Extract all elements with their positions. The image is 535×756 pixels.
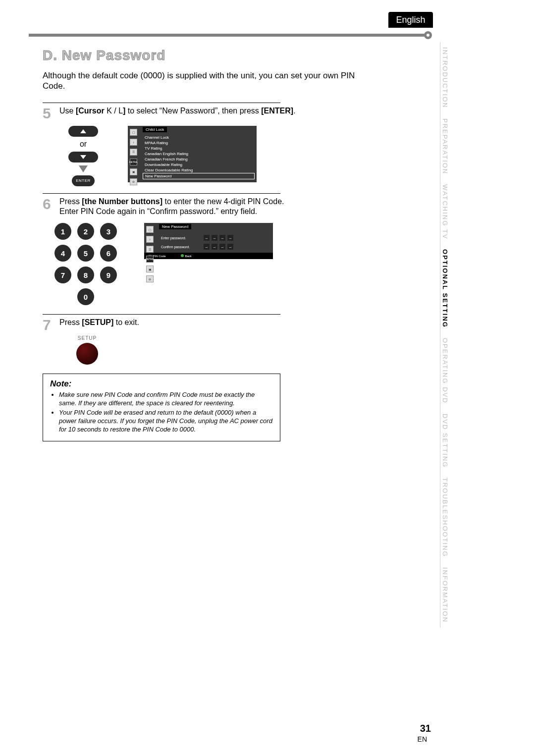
osd-item: Channel Lock bbox=[143, 135, 255, 140]
or-label: or bbox=[80, 140, 87, 149]
step-number: 5 bbox=[43, 106, 55, 121]
setup-button-graphic: SETUP bbox=[72, 335, 102, 365]
number-pad: 1 2 3 4 5 6 7 8 9 0 bbox=[54, 223, 117, 305]
step-6-graphics: 1 2 3 4 5 6 7 8 9 0 New Password ▢ ♪ ☰ D… bbox=[54, 223, 360, 305]
numkey-1: 1 bbox=[54, 223, 71, 240]
note-bullet: Make sure new PIN Code and confirm PIN C… bbox=[59, 391, 273, 408]
osd-title: New Password bbox=[159, 224, 191, 229]
osd-footer: ░░PIN Code Back bbox=[144, 253, 273, 259]
enter-password-row: Enter password. – – – – bbox=[161, 235, 269, 241]
text-bold: [Cursor bbox=[76, 107, 107, 115]
pin-digit: – bbox=[219, 235, 225, 241]
osd-icon: ▢ bbox=[130, 129, 137, 136]
osd-title: Child Lock bbox=[143, 127, 167, 132]
step-7: 7 Press [SETUP] to exit. bbox=[43, 318, 360, 332]
separator bbox=[43, 103, 280, 103]
language-tab: English bbox=[388, 12, 433, 28]
osd-menu-list: Channel Lock MPAA Rating TV Rating Canad… bbox=[143, 135, 255, 179]
osd-icon: ☰ bbox=[130, 149, 137, 156]
nav-watching-tv[interactable]: WATCHING TV bbox=[440, 179, 450, 244]
nav-dvd-setting[interactable]: DVD SETTING bbox=[440, 409, 450, 473]
numkey-3: 3 bbox=[100, 223, 117, 240]
step-6-text: Press [the Number buttons] to enter the … bbox=[59, 197, 360, 217]
setup-label: SETUP bbox=[78, 335, 97, 341]
osd-item: TV Rating bbox=[143, 146, 255, 151]
step-5-graphics: or ENTER Child Lock ▢ ♪ ☰ DETAIL ▣ ⊘ Cha… bbox=[68, 126, 360, 186]
osd-icon-detail: DETAIL bbox=[146, 256, 154, 263]
osd-item: MPAA Rating bbox=[143, 140, 255, 146]
osd-icon: ☰ bbox=[146, 246, 154, 253]
osd-side-icons: ▢ ♪ ☰ DETAIL ▣ ⊘ bbox=[130, 129, 137, 185]
numkey-6: 6 bbox=[100, 245, 117, 262]
separator bbox=[43, 314, 280, 315]
pin-digit: – bbox=[219, 244, 225, 250]
enter-button: ENTER bbox=[72, 175, 95, 186]
osd-side-icons: ▢ ♪ ☰ DETAIL ▣ ⊘ bbox=[146, 226, 154, 282]
step-number: 6 bbox=[43, 197, 55, 212]
osd-item: Canadian French Rating bbox=[143, 157, 255, 162]
pin-digit: – bbox=[227, 235, 233, 241]
numkey-5: 5 bbox=[77, 245, 94, 262]
pin-digit: – bbox=[212, 244, 217, 250]
osd-icon: ♪ bbox=[146, 236, 154, 243]
pin-digit: – bbox=[212, 235, 217, 241]
step-5: 5 Use [Cursor K / L] to select “New Pass… bbox=[43, 106, 360, 121]
content-column: D. New Password Although the default cod… bbox=[43, 48, 360, 441]
note-title: Note: bbox=[50, 379, 273, 389]
nav-information[interactable]: INFORMATION bbox=[440, 562, 450, 628]
nav-operating-dvd[interactable]: OPERATING DVD bbox=[440, 333, 450, 409]
footer-back: Back bbox=[181, 254, 192, 258]
numkey-8: 8 bbox=[77, 267, 94, 283]
row-label: Confirm password. bbox=[161, 245, 201, 249]
nav-introduction[interactable]: INTRODUCTION bbox=[440, 42, 450, 113]
step-number: 7 bbox=[43, 318, 55, 332]
step-6: 6 Press [the Number buttons] to enter th… bbox=[43, 197, 360, 217]
osd-item: Canadian English Rating bbox=[143, 151, 255, 157]
osd-icon: ⊘ bbox=[146, 275, 154, 282]
osd-item: Clear Downloadable Rating bbox=[143, 167, 255, 173]
osd-icon: ▣ bbox=[146, 266, 154, 272]
note-list: Make sure new PIN Code and confirm PIN C… bbox=[50, 391, 273, 433]
text: to enter the new 4-digit PIN Code. bbox=[162, 197, 284, 206]
osd-icon-detail: DETAIL bbox=[130, 159, 137, 165]
setup-button bbox=[76, 343, 98, 365]
osd-icon: ▣ bbox=[130, 168, 137, 175]
cursor-up-button bbox=[68, 126, 98, 137]
text-bold: [ENTER] bbox=[261, 107, 293, 115]
numkey-2: 2 bbox=[77, 223, 94, 240]
header-rule-endcap bbox=[424, 31, 432, 39]
step-5-text: Use [Cursor K / L] to select “New Passwo… bbox=[59, 106, 360, 116]
svg-marker-1 bbox=[80, 155, 86, 159]
section-title: D. New Password bbox=[43, 48, 360, 63]
text: K / L bbox=[107, 107, 123, 115]
numkey-9: 9 bbox=[100, 267, 117, 283]
step-7-text: Press [SETUP] to exit. bbox=[59, 318, 360, 328]
osd-icon: ▢ bbox=[146, 226, 154, 233]
text-bold: [SETUP] bbox=[82, 318, 113, 326]
osd-icon: ♪ bbox=[130, 139, 137, 146]
pin-digit: – bbox=[204, 244, 210, 250]
nav-preparation[interactable]: PREPARATION bbox=[440, 113, 450, 179]
text: to exit. bbox=[113, 318, 139, 326]
text: Press bbox=[59, 197, 82, 206]
separator bbox=[43, 193, 280, 194]
nav-troubleshooting[interactable]: TROUBLESHOOTING bbox=[440, 473, 450, 562]
intro-text: Although the default code (0000) is supp… bbox=[43, 70, 360, 92]
osd-icon: ⊘ bbox=[130, 178, 137, 185]
numkey-7: 7 bbox=[54, 267, 71, 283]
text: Press bbox=[59, 318, 82, 326]
text: Enter PIN Code again in “Confirm passwor… bbox=[59, 207, 257, 216]
text: . bbox=[293, 107, 295, 115]
numkey-4: 4 bbox=[54, 245, 71, 262]
cursor-down-button bbox=[68, 152, 98, 162]
pin-digit: – bbox=[204, 235, 210, 241]
numkey-0: 0 bbox=[77, 288, 94, 305]
pin-boxes: – – – – bbox=[204, 235, 233, 241]
nav-optional-setting[interactable]: OPTIONAL SETTING bbox=[440, 244, 450, 333]
note-box: Note: Make sure new PIN Code and confirm… bbox=[43, 374, 280, 441]
remote-cursor-group: or ENTER bbox=[68, 126, 98, 186]
confirm-password-row: Confirm password. – – – – bbox=[161, 244, 269, 250]
side-nav: INTRODUCTION PREPARATION WATCHING TV OPT… bbox=[440, 42, 451, 628]
pin-boxes: – – – – bbox=[204, 244, 233, 250]
note-bullet: Your PIN Code will be erased and return … bbox=[59, 409, 273, 434]
